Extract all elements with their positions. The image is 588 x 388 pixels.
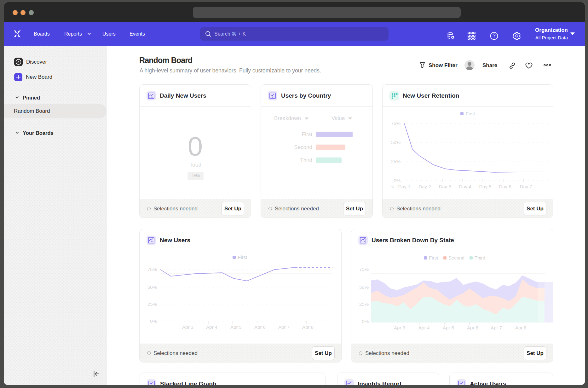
svg-text:Apr 6: Apr 6 — [254, 324, 266, 330]
svg-text:Day 4: Day 4 — [459, 184, 471, 189]
svg-text:50%: 50% — [359, 284, 369, 290]
svg-text:Apr 7: Apr 7 — [278, 324, 290, 330]
svg-text:Day 5: Day 5 — [479, 184, 491, 189]
svg-text:75%: 75% — [147, 267, 157, 272]
svg-text:75%: 75% — [359, 266, 369, 272]
svg-text:First: First — [429, 255, 438, 260]
svg-text:Apr 8: Apr 8 — [515, 325, 527, 330]
svg-text:Day 3: Day 3 — [439, 184, 451, 189]
svg-text:Apr 4: Apr 4 — [206, 324, 217, 330]
svg-text:Apr 5: Apr 5 — [230, 324, 242, 330]
svg-text:First: First — [466, 111, 475, 116]
svg-text:Apr 3: Apr 3 — [182, 324, 193, 330]
svg-text:Day 1: Day 1 — [398, 184, 410, 189]
svg-text:25%: 25% — [359, 301, 369, 307]
svg-text:0%: 0% — [150, 318, 157, 324]
svg-text:Day 6: Day 6 — [499, 184, 511, 189]
svg-text:75%: 75% — [391, 121, 401, 126]
svg-text:Day 7: Day 7 — [520, 184, 532, 189]
svg-text:50%: 50% — [147, 284, 157, 290]
svg-text:25%: 25% — [147, 301, 157, 307]
svg-text:25%: 25% — [391, 159, 401, 164]
svg-text:Apr 5: Apr 5 — [443, 325, 454, 330]
svg-text:50%: 50% — [391, 140, 401, 145]
svg-text:0%: 0% — [362, 319, 369, 324]
svg-text:Apr 8: Apr 8 — [302, 324, 314, 330]
svg-text:Apr 7: Apr 7 — [491, 325, 502, 330]
svg-text:First: First — [238, 254, 247, 260]
svg-text:<: < — [391, 184, 394, 189]
svg-text:Second: Second — [448, 255, 464, 260]
svg-text:0%: 0% — [394, 178, 401, 183]
svg-text:Apr 3: Apr 3 — [394, 325, 405, 330]
svg-text:Apr 6: Apr 6 — [467, 325, 478, 330]
svg-text:Third: Third — [475, 255, 485, 260]
svg-text:Day 2: Day 2 — [418, 184, 431, 189]
svg-text:Apr 4: Apr 4 — [418, 325, 430, 330]
